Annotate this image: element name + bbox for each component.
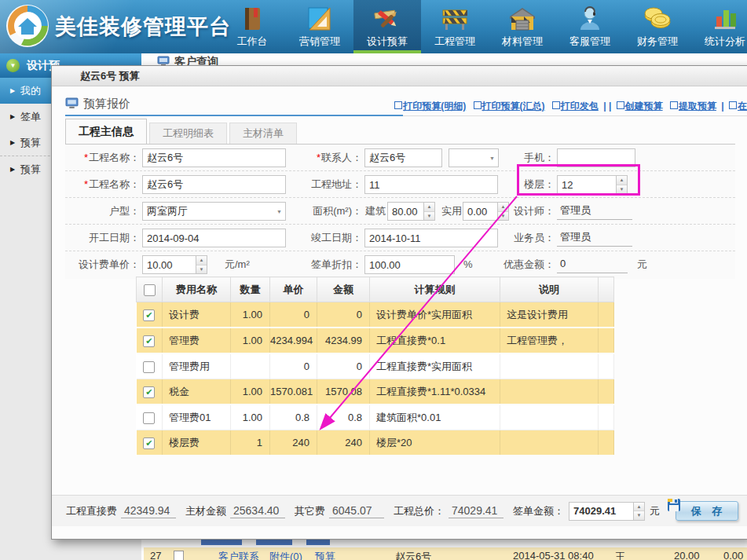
contact-select[interactable]: ▼: [449, 148, 499, 167]
usable-area-input[interactable]: [463, 202, 497, 221]
floor-input[interactable]: [557, 175, 616, 194]
nav-label: 工程管理: [434, 35, 475, 49]
sidebar-item-label: 签单: [20, 111, 41, 123]
project-name2-input[interactable]: [142, 175, 286, 194]
fee-row-floor[interactable]: ✔ 楼层费 1 240 240 楼层*20: [137, 430, 614, 456]
step-down-icon[interactable]: ▼: [634, 511, 644, 520]
nav-item-customer-service[interactable]: 客服管理: [556, 0, 624, 53]
coins-icon: [643, 1, 672, 32]
row-checkbox-checked[interactable]: ✔: [143, 335, 155, 347]
row-link[interactable]: 预算: [315, 550, 335, 560]
contact-label: *联系人：: [265, 145, 362, 171]
fee-row-management[interactable]: ✔ 管理费 1.00 4234.994 4234.99 工程直接费*0.1 工程…: [137, 328, 614, 353]
pencil-brush-icon: [372, 1, 402, 32]
collapse-circle-icon[interactable]: ▼: [6, 59, 20, 72]
step-up-icon[interactable]: ▲: [196, 256, 207, 265]
project-name-input[interactable]: [142, 148, 286, 167]
step-up-icon[interactable]: ▲: [617, 176, 627, 185]
extract-budget-link[interactable]: 提取预算: [670, 101, 716, 112]
row-checkbox[interactable]: [174, 551, 184, 560]
row-checkbox-checked[interactable]: ✔: [143, 386, 155, 398]
sign-amount-input[interactable]: [569, 502, 633, 521]
step-up-icon[interactable]: ▲: [424, 203, 434, 212]
built-area-sublabel: 建筑: [365, 198, 386, 225]
project-name2-label: *工程名称：: [65, 171, 140, 198]
step-down-icon[interactable]: ▼: [196, 265, 207, 274]
discount-input[interactable]: [364, 255, 455, 274]
nav-item-design-budget[interactable]: 设计预算: [353, 0, 421, 53]
form-row: *工程名称： 工程地址： 楼层： ▲▼: [65, 171, 735, 198]
print-budget-summary-link[interactable]: 打印预算(汇总): [474, 101, 545, 112]
bar-chart-icon: [712, 1, 738, 32]
square-icon: [394, 101, 402, 109]
step-down-icon[interactable]: ▼: [424, 212, 434, 221]
salesman-label: 业务员：: [496, 225, 555, 251]
nav-item-marketing[interactable]: 营销管理: [286, 0, 353, 53]
stepper-arrows: ▲▼: [616, 175, 628, 194]
address-input[interactable]: [364, 175, 498, 194]
fee-row-management01[interactable]: 管理费01 1.00 0.8 0.8 建筑面积*0.01: [137, 404, 614, 430]
contact-input[interactable]: [364, 148, 442, 167]
tri-right-icon: ▶: [10, 156, 15, 182]
built-area-input[interactable]: [387, 202, 423, 221]
fee-row-management-fee[interactable]: 管理费用 0 0 工程直接费*实用面积: [137, 353, 614, 379]
agent-person-icon: [577, 1, 602, 32]
dialog-title-bar[interactable]: 赵云6号 预算: [52, 66, 747, 86]
preferential-value: 0: [557, 256, 628, 273]
nav-item-finance[interactable]: 财务管理: [624, 0, 691, 53]
row-link[interactable]: 附件(0): [269, 550, 302, 560]
fee-row-tax[interactable]: ✔ 税金 1.00 1570.081 1570.08 工程直接费*1.11*0.…: [137, 379, 614, 405]
design-fee-input[interactable]: [142, 255, 196, 274]
col-amount: 金额: [317, 277, 370, 302]
row-checkbox-checked[interactable]: ✔: [143, 309, 155, 321]
square-icon: [474, 101, 482, 109]
start-date-input[interactable]: [142, 229, 286, 247]
sidebar-item-label: 我的: [20, 85, 41, 97]
tab-main-info[interactable]: 工程主信息: [65, 119, 147, 144]
fee-table: 费用名称 数量 单价 金额 计算规则 说明 ✔ 设计费 1.00 0 0 设计费…: [136, 276, 614, 456]
step-down-icon[interactable]: ▼: [617, 185, 627, 194]
nav-item-workbench[interactable]: 工作台: [218, 0, 286, 53]
built-area-stepper: ▲▼: [387, 202, 435, 221]
tab-detail-list[interactable]: 工程明细表: [149, 123, 227, 144]
usable-area-sublabel: 实用: [441, 198, 462, 225]
row-checkbox-unchecked[interactable]: [143, 412, 155, 424]
row-link[interactable]: 客户联系: [218, 550, 259, 560]
mobile-label: 手机：: [496, 145, 555, 171]
save-floppy-icon: [667, 498, 681, 514]
row-checkbox-unchecked[interactable]: [143, 361, 155, 373]
barrier-icon: [441, 1, 469, 32]
print-contract-link[interactable]: 打印发包: [552, 101, 599, 112]
tri-right-icon: ▶: [10, 130, 15, 156]
step-up-icon[interactable]: ▲: [634, 503, 644, 512]
nav-label: 财务管理: [637, 35, 678, 49]
house-type-select[interactable]: 两室两厅▼: [142, 202, 286, 221]
row-checkbox-checked[interactable]: ✔: [143, 437, 155, 449]
nav-item-materials[interactable]: 材料管理: [489, 0, 556, 53]
stepper-arrows: ▲▼: [196, 255, 207, 274]
budget-dialog: 赵云6号 预算 预算报价 打印预算(明细) 打印预算(汇总) 打印发包 | | …: [51, 65, 747, 540]
tri-right-icon: ▶: [10, 78, 15, 104]
mobile-input[interactable]: [557, 148, 635, 167]
nav-label: 工作台: [237, 35, 268, 49]
fee-row-design[interactable]: ✔ 设计费 1.00 0 0 设计费单价*实用面积 这是设计费用: [137, 302, 614, 328]
print-budget-detail-link[interactable]: 打印预算(明细): [394, 101, 466, 112]
row-name: 赵云6号: [395, 550, 431, 560]
square-icon: [729, 101, 737, 109]
nav-item-engineering[interactable]: 工程管理: [421, 0, 489, 53]
save-button[interactable]: 保 存: [676, 501, 738, 521]
sign-amount-label: 签单金额：: [513, 504, 564, 518]
create-budget-link[interactable]: 创建预算: [617, 101, 663, 112]
separator: |: [721, 101, 723, 112]
tab-material-list[interactable]: 主材清单: [229, 123, 297, 144]
finish-date-input[interactable]: [364, 229, 498, 247]
app-header: 美佳装修管理平台 工作台 营销管理 设计预算: [0, 0, 747, 53]
select-all-checkbox[interactable]: [144, 284, 156, 296]
nav-item-statistics[interactable]: 统计分析: [691, 0, 747, 53]
floor-stepper: ▲▼: [557, 175, 628, 194]
clipped-link[interactable]: 在: [729, 101, 747, 112]
nav-label: 材料管理: [502, 35, 543, 49]
total-value: 74029.41: [449, 504, 503, 518]
main-nav: 工作台 营销管理 设计预算 工程管理: [218, 0, 747, 53]
start-date-label: 开工日期：: [65, 225, 140, 251]
